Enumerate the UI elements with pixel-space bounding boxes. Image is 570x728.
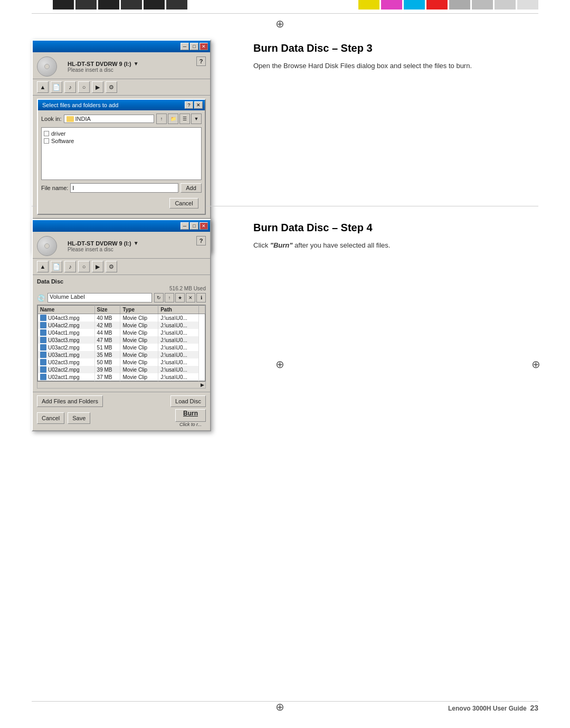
step4-disc-icon-area [37,236,63,256]
sub-close-btn[interactable]: ✕ [194,101,203,109]
page-number: 23 [530,704,538,712]
table-row: U04act1.mpg 44 MB Movie Clip J:\usa\U0..… [38,329,205,336]
add-button[interactable]: Add [180,183,202,193]
strip-magenta [381,0,402,10]
toolbar-gear-btn[interactable]: ⚙ [106,81,117,93]
cancel-button-small[interactable]: Cancel [169,198,198,209]
file-icon [40,322,46,328]
step4-title-buttons: ─ □ ✕ [180,222,208,230]
cell-size: 50 MB [94,358,120,366]
step3-drive-name: HL-DT-ST DVDRW 9 (I:) [68,61,131,67]
list-item[interactable]: Software [44,137,199,145]
vol-up-btn[interactable]: ↑ [165,293,174,302]
cell-size: 42 MB [94,322,120,329]
burn-area: Burn Click to r... [175,409,206,427]
step4-heading: Burn Data Disc – Step 4 [253,222,538,234]
minimize-button[interactable]: ─ [180,43,189,50]
col-type: Type [120,306,158,314]
sub-dialog-footer: Cancel [41,196,202,211]
drive-dropdown-arrow[interactable]: ▼ [134,61,139,67]
file-icon [40,315,46,321]
folder-icon [66,116,74,122]
col-scroll [199,306,205,314]
nav-up-btn[interactable]: ↑ [156,114,167,124]
cell-name: U02act3.mpg [38,358,95,366]
view-btn[interactable]: ☰ [179,114,190,124]
file-name-text: U03act2.mpg [48,345,79,351]
col-name: Name [38,306,95,314]
file-checkbox[interactable] [44,138,49,144]
cell-path: J:\usa\U0... [158,314,199,322]
cell-type: Movie Clip [120,373,158,381]
vol-info-btn[interactable]: ℹ [196,293,206,302]
maximize-button[interactable]: □ [190,222,198,230]
strip-gray1 [449,0,470,10]
vol-refresh-btn[interactable]: ↻ [154,293,164,302]
toolbar-music-btn[interactable]: ♪ [64,81,76,93]
strip-block [144,0,165,10]
filename-label: File name: [41,185,68,191]
new-folder-btn[interactable]: 📁 [168,114,178,124]
sub-dialog-title-text: Select files and folders to add [42,102,118,108]
file-checkbox[interactable] [44,131,49,136]
step4-help-btn[interactable]: ? [196,236,206,245]
help-icon[interactable]: ? [196,56,206,66]
burn-italic: "Burn" [270,241,293,249]
load-disc-button-2[interactable]: Load Disc [170,395,206,407]
toolbar-doc-btn-2[interactable]: 📄 [51,261,62,272]
step3-drive-status: Please insert a disc [68,67,192,73]
close-button[interactable]: ✕ [200,43,208,50]
help-icon-2[interactable]: ? [196,236,206,245]
volume-buttons: ↻ ↑ ★ ✕ ℹ [154,293,206,302]
file-icon [40,374,46,380]
step3-drive-area: HL-DT-ST DVDRW 9 (I:) ▼ Please insert a … [33,52,210,79]
add-files-button-2[interactable]: Add Files and Folders [37,395,103,407]
toolbar-folder-btn-2[interactable]: ▲ [37,261,49,272]
toolbar-gear-btn-2[interactable]: ⚙ [106,261,117,272]
toolbar-music-btn-2[interactable]: ♪ [64,261,76,272]
file-item-driver: driver [51,130,66,137]
vol-star-btn[interactable]: ★ [175,293,185,302]
cell-size: 40 MB [94,314,120,322]
step4-bottom-row2: Cancel Save Burn Click to r... [37,409,206,427]
step4-main-dialog: ─ □ ✕ HL-DT-ST DVDRW 9 (I:) ▼ P [32,219,211,431]
toolbar-folder-btn[interactable]: ▲ [37,81,49,93]
cell-name: U02act2.mpg [38,366,95,373]
sub-dialog-title-btns: ? ✕ [185,101,203,109]
toolbar-arrow-btn[interactable]: ▶ [92,81,103,93]
cell-name: U04act3.mpg [38,314,95,322]
cell-name: U04act2.mpg [38,322,95,329]
file-name-text: U03act3.mpg [48,337,79,343]
disc-icon [37,56,57,77]
file-name-text: U04act3.mpg [48,315,79,321]
burn-button-2[interactable]: Burn [175,409,206,422]
drive-dropdown-2[interactable]: ▼ [134,240,139,246]
bottom-border [32,701,538,702]
cell-path: J:\usa\U0... [158,322,199,329]
filename-input[interactable] [70,183,178,193]
maximize-button[interactable]: □ [190,43,198,50]
toolbar-circle-btn-2[interactable]: ○ [78,261,90,272]
toolbar-circle-btn[interactable]: ○ [78,81,90,93]
minimize-button[interactable]: ─ [180,222,189,230]
vol-x-btn[interactable]: ✕ [186,293,195,302]
volume-combo[interactable]: Volume Label [48,293,152,302]
file-table-container: Name Size Type Path U04act3.mpg [37,305,206,382]
list-item[interactable]: driver [44,130,199,137]
lookin-label: Look in: [41,116,62,122]
sub-help-btn[interactable]: ? [185,101,193,109]
lookin-combo[interactable]: INDIA [64,115,154,123]
toolbar-arrow-btn-2[interactable]: ▶ [92,261,103,272]
save-button-2[interactable]: Save [68,412,90,424]
cancel-button-2[interactable]: Cancel [37,412,64,424]
step3-help-btn[interactable]: ? [196,56,206,66]
strip-gray4 [517,0,538,10]
cell-type: Movie Clip [120,351,158,358]
cell-size: 39 MB [94,366,120,373]
menu-btn[interactable]: ▼ [191,114,202,124]
close-button[interactable]: ✕ [200,222,208,230]
cell-name: U03act3.mpg [38,336,95,344]
toolbar-doc-btn[interactable]: 📄 [51,81,62,93]
cell-name: U03act1.mpg [38,351,95,358]
strip-block [75,0,97,10]
